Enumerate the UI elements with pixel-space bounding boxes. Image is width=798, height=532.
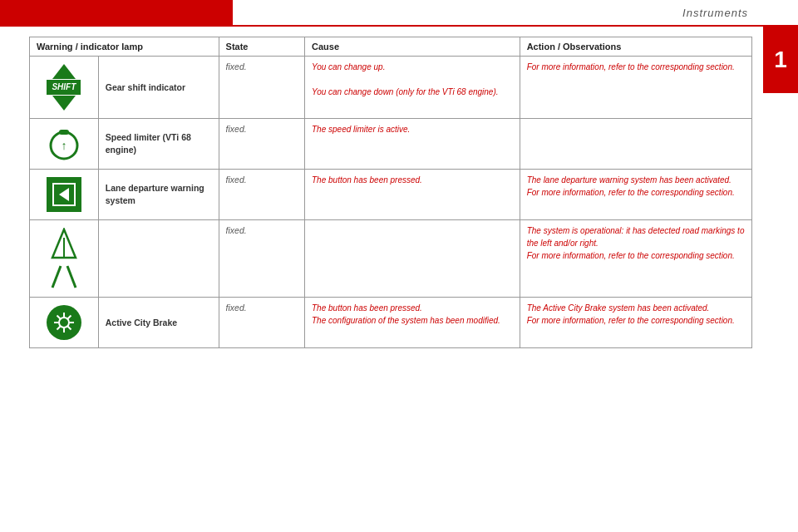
acb-circle-icon	[47, 305, 81, 340]
top-bar-red-accent	[0, 0, 233, 25]
gear-arrow-up-icon	[52, 64, 76, 79]
svg-line-5	[52, 266, 61, 288]
gear-shift-action-text: For more information, refer to the corre…	[527, 62, 735, 71]
acb-state-text: fixed.	[226, 303, 247, 313]
gear-shift-cause-1: You can change up.	[312, 62, 385, 71]
lane-departure-action: The lane departure warning system has be…	[520, 170, 751, 220]
table-row: ↑ Speed limiter (VTi 68 engine) fixed. T…	[30, 119, 752, 170]
lane-markings-label-cell	[98, 220, 219, 298]
gear-shift-icon-cell: SHIFT	[30, 57, 99, 119]
speed-limiter-state: fixed.	[219, 119, 304, 170]
lane-departure-svg	[47, 177, 81, 212]
speed-limiter-svg: ↑	[47, 126, 81, 161]
gear-shift-icon: SHIFT	[37, 61, 91, 114]
table-row: fixed. The system is operational: it has…	[30, 220, 752, 298]
acb-label-cell: Active City Brake	[98, 298, 219, 348]
table-row: SHIFT Gear shift indicator fixed. You ca…	[30, 57, 752, 119]
lane-markings-state: fixed.	[219, 220, 304, 298]
col-header-state: State	[219, 37, 304, 57]
acb-icon-cell	[30, 298, 99, 348]
lane-departure-action-text: The lane departure warning system has be…	[527, 175, 735, 197]
acb-svg	[52, 311, 76, 334]
lane-departure-label-cell: Lane departure warning system	[98, 170, 219, 220]
speed-limiter-icon: ↑	[37, 123, 91, 165]
acb-action-text: The Active City Brake system has been ac…	[527, 303, 735, 325]
page-title: Instruments	[682, 7, 748, 19]
svg-line-13	[67, 326, 71, 329]
lane-departure-icon	[37, 174, 91, 215]
lane-markings-icon-cell	[30, 220, 99, 298]
lane-lines-svg	[46, 264, 82, 289]
speed-limiter-label-cell: Speed limiter (VTi 68 engine)	[98, 119, 219, 170]
lane-departure-cause-text: The button has been pressed.	[312, 175, 422, 185]
col-header-warning: Warning / indicator lamp	[30, 37, 219, 57]
lane-markings-icons	[37, 224, 91, 293]
svg-rect-1	[59, 130, 69, 135]
gear-shift-arrows: SHIFT	[47, 64, 81, 111]
col-header-cause: Cause	[305, 37, 520, 57]
speed-limiter-action	[520, 119, 751, 170]
svg-line-14	[67, 316, 71, 319]
acb-cause: The button has been pressed.The configur…	[305, 298, 520, 348]
svg-line-6	[67, 266, 76, 288]
instruments-table: Warning / indicator lamp State Cause Act…	[29, 37, 752, 348]
gear-arrow-down-icon	[52, 96, 76, 111]
lane-departure-cause: The button has been pressed.	[305, 170, 520, 220]
page-number-tab: 1	[763, 27, 798, 93]
gear-shift-cause: You can change up. You can change down (…	[305, 57, 520, 119]
acb-text: Active City Brake	[106, 318, 177, 328]
page-number: 1	[774, 47, 787, 73]
lane-markings-state-text: fixed.	[226, 225, 247, 235]
col-header-action: Action / Observations	[520, 37, 751, 57]
lane-road-svg	[46, 228, 82, 259]
gear-shift-cause-2: You can change down (only for the VTi 68…	[312, 87, 499, 96]
gear-shift-state: fixed.	[219, 57, 304, 119]
lane-departure-state: fixed.	[219, 170, 304, 220]
top-bar: Instruments	[0, 0, 798, 27]
speed-limiter-state-text: fixed.	[226, 124, 247, 134]
main-content: Warning / indicator lamp State Cause Act…	[0, 27, 798, 358]
acb-state: fixed.	[219, 298, 304, 348]
speed-limiter-cause: The speed limiter is active.	[305, 119, 520, 170]
lane-markings-action-text: The system is operational: it has detect…	[527, 226, 745, 260]
speed-limiter-text: Speed limiter (VTi 68 engine)	[106, 132, 191, 155]
speed-limiter-cause-text: The speed limiter is active.	[312, 125, 410, 134]
lane-arrow-icon	[59, 188, 69, 201]
lane-inner-box	[52, 183, 76, 206]
lane-markings-cause	[305, 220, 520, 298]
gear-shift-text: Gear shift indicator	[106, 82, 185, 92]
lane-markings-action: The system is operational: it has detect…	[520, 220, 751, 298]
svg-line-15	[57, 326, 60, 329]
gear-shift-action: For more information, refer to the corre…	[520, 57, 751, 119]
gear-shift-state-text: fixed.	[226, 62, 247, 71]
acb-action: The Active City Brake system has been ac…	[520, 298, 751, 348]
lane-departure-state-text: fixed.	[226, 175, 247, 185]
table-row: Lane departure warning system fixed. The…	[30, 170, 752, 220]
svg-text:↑: ↑	[61, 139, 66, 152]
gear-shift-label-cell: Gear shift indicator	[98, 57, 219, 119]
lane-departure-text: Lane departure warning system	[106, 183, 204, 205]
gear-shift-label: SHIFT	[47, 80, 81, 95]
lane-departure-icon-cell	[30, 170, 99, 220]
speed-limiter-icon-cell: ↑	[30, 119, 99, 170]
svg-line-12	[57, 316, 60, 319]
table-row: Active City Brake fixed. The button has …	[30, 298, 752, 348]
acb-cause-text: The button has been pressed.The configur…	[312, 303, 500, 325]
acb-icon	[37, 302, 91, 343]
